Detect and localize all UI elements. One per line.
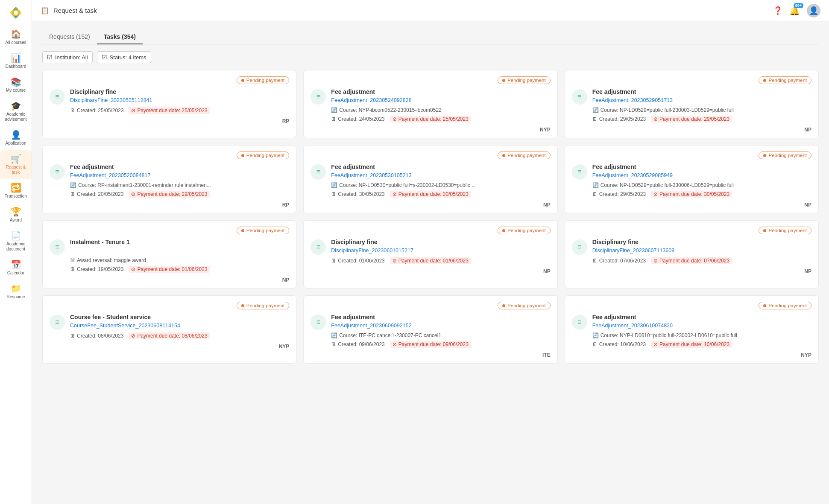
task-card-12[interactable]: Pending payment ≡ Fee adjustment FeeAdju…	[565, 295, 819, 364]
sidebar-label-academic-advisement: Academic advisement	[2, 112, 29, 122]
avatar[interactable]: 👤	[807, 4, 820, 17]
filter-institution[interactable]: ☑Institution: All	[42, 51, 93, 63]
sidebar-label-all-courses: All courses	[6, 40, 26, 45]
sidebar-item-all-courses[interactable]: 🏠 All courses	[0, 26, 32, 50]
card-badge-row-10: Pending payment	[50, 302, 289, 309]
card-badge-row-7: Pending payment	[50, 227, 289, 234]
card-footer-1: RP	[50, 118, 289, 124]
card-link-4[interactable]: FeeAdjustment_20230520084817	[70, 172, 150, 178]
created-date-7: 🗓 Created: 19/05/2023	[70, 266, 123, 272]
task-card-6[interactable]: Pending payment ≡ Fee adjustment FeeAdju…	[565, 145, 819, 213]
due-date-4: ⊘ Payment due date: 29/05/2023	[129, 191, 210, 198]
card-title-8: Disciplinary fine	[331, 239, 550, 245]
task-icon-7: ≡	[55, 243, 59, 251]
task-icon-2: ≡	[316, 93, 320, 101]
badge-label-5: Pending payment	[507, 153, 546, 158]
card-link-10[interactable]: CourseFee_StudentService_20230608114154	[70, 323, 180, 329]
sidebar-item-academic-document[interactable]: 📄 Academic document	[0, 227, 32, 256]
badge-dot-10	[241, 304, 244, 307]
card-badge-row-9: Pending payment	[572, 227, 811, 234]
created-label-8: Created: 01/06/2023	[338, 258, 384, 264]
card-link-11[interactable]: FeeAdjustment_20230609092152	[331, 323, 411, 329]
due-date-2: ⊘ Payment due date: 25/05/2023	[390, 116, 471, 122]
topbar-title: Request & task	[53, 7, 97, 14]
card-icon-wrap-1: ≡	[50, 89, 65, 105]
filter-status[interactable]: ☑Status: 4 items	[97, 51, 151, 63]
topbar-page-icon: 📋	[41, 6, 49, 15]
calendar-icon-9: 🗓	[592, 258, 598, 264]
badge-label-10: Pending payment	[246, 303, 285, 308]
due-date-12: ⊘ Payment due date: 10/06/2023	[651, 341, 732, 348]
card-title-3: Fee adjustment	[592, 88, 811, 95]
sidebar-item-award[interactable]: 🏆 Award	[0, 203, 32, 227]
card-badge-row-1: Pending payment	[50, 76, 289, 84]
notifications-button[interactable]: 🔔 99+	[789, 6, 800, 16]
card-header-3: ≡ Fee adjustment FeeAdjustment_202305290…	[572, 88, 811, 105]
warning-icon-5: ⊘	[393, 191, 397, 197]
task-card-5[interactable]: Pending payment ≡ Fee adjustment FeeAdju…	[303, 145, 557, 213]
due-label-1: Payment due date: 25/05/2023	[137, 108, 207, 114]
created-label-10: Created: 08/06/2023	[77, 333, 123, 339]
card-badge-row-2: Pending payment	[311, 76, 550, 84]
card-link-6[interactable]: FeeAdjustment_20230529085949	[592, 172, 673, 178]
pending-badge-9: Pending payment	[759, 227, 811, 234]
card-link-1[interactable]: DisciplinaryFine_20230525112841	[70, 97, 152, 103]
sidebar-item-my-course[interactable]: 📚 My course	[0, 73, 32, 97]
card-course-meta-12: 🔄 Course: NYP-LD0610=public full-230002-…	[592, 332, 811, 338]
card-header-12: ≡ Fee adjustment FeeAdjustment_202306100…	[572, 314, 811, 330]
warning-icon-4: ⊘	[131, 191, 135, 197]
created-date-9: 🗓 Created: 07/06/2023	[592, 258, 646, 264]
task-icon-5: ≡	[316, 168, 320, 176]
tab-requests[interactable]: Requests (152)	[42, 30, 97, 44]
card-dates-3: 🗓 Created: 29/05/2023 ⊘ Payment due date…	[592, 116, 811, 122]
task-card-8[interactable]: Pending payment ≡ Disciplinary fine Disc…	[303, 220, 557, 288]
card-badge-row-3: Pending payment	[572, 76, 811, 84]
sidebar-item-application[interactable]: 👤 Application	[0, 126, 32, 150]
task-card-2[interactable]: Pending payment ≡ Fee adjustment FeeAdju…	[303, 70, 557, 138]
help-button[interactable]: ❓	[773, 6, 782, 15]
task-card-10[interactable]: Pending payment ≡ Course fee - Student s…	[42, 295, 296, 364]
due-date-8: ⊘ Payment due date: 01/06/2023	[390, 257, 471, 264]
card-link-3[interactable]: FeeAdjustment_20230529051713	[592, 97, 673, 103]
card-title-block-8: Disciplinary fine DisciplinaryFine_20230…	[331, 239, 550, 254]
card-link-12[interactable]: FeeAdjustment_20230610074820	[592, 323, 673, 329]
calendar-icon-11: 🗓	[331, 341, 336, 347]
badge-dot-1	[241, 79, 244, 82]
app-logo[interactable]	[7, 4, 24, 21]
task-card-7[interactable]: Pending payment ≡ Instalment - Tenure 1 …	[42, 220, 296, 288]
pending-badge-11: Pending payment	[498, 302, 551, 309]
sidebar-item-request-task[interactable]: 🛒 Request & task	[0, 150, 32, 179]
card-dates-5: 🗓 Created: 30/05/2023 ⊘ Payment due date…	[331, 191, 550, 198]
pending-badge-3: Pending payment	[759, 76, 811, 84]
badge-dot-2	[502, 79, 505, 82]
task-card-3[interactable]: Pending payment ≡ Fee adjustment FeeAdju…	[565, 70, 819, 138]
card-link-2[interactable]: FeeAdjustment_20230524092828	[331, 97, 411, 103]
sidebar-item-academic-advisement[interactable]: 🎓 Academic advisement	[0, 97, 32, 126]
card-header-2: ≡ Fee adjustment FeeAdjustment_202305240…	[311, 88, 550, 105]
tab-tasks[interactable]: Tasks (354)	[97, 30, 143, 44]
card-link-8[interactable]: DisciplinaryFine_20230601015217	[331, 248, 413, 253]
badge-label-9: Pending payment	[768, 228, 807, 233]
card-header-10: ≡ Course fee - Student service CourseFee…	[50, 314, 289, 330]
sidebar-item-resource[interactable]: 📁 Resource	[0, 280, 32, 304]
sidebar-item-dashboard[interactable]: 📊 Dashboard	[0, 50, 32, 73]
warning-icon-9: ⊘	[653, 258, 658, 264]
sidebar-label-my-course: My course	[6, 88, 26, 93]
card-link-9[interactable]: DisciplinaryFine_20230607113609	[592, 248, 675, 253]
card-icon-wrap-7: ≡	[50, 239, 65, 255]
task-card-9[interactable]: Pending payment ≡ Disciplinary fine Disc…	[565, 220, 819, 288]
task-card-1[interactable]: Pending payment ≡ Disciplinary fine Disc…	[42, 70, 296, 138]
course-icon-5: 🔄	[331, 182, 337, 188]
content-area: Requests (152)Tasks (354) ☑Institution: …	[32, 21, 829, 504]
sidebar-item-calendar[interactable]: 📅 Calendar	[0, 256, 32, 280]
sidebar-label-academic-document: Academic document	[2, 242, 29, 252]
card-icon-wrap-5: ≡	[311, 164, 326, 180]
filter-label-institution: Institution: All	[55, 54, 88, 61]
card-course-meta-2: 🔄 Course: NYP-ibcom0522-230015-ibcom0522	[331, 107, 550, 113]
task-card-4[interactable]: Pending payment ≡ Fee adjustment FeeAdju…	[42, 145, 296, 213]
task-card-11[interactable]: Pending payment ≡ Fee adjustment FeeAdju…	[303, 295, 557, 364]
badge-label-1: Pending payment	[246, 78, 285, 83]
sidebar-item-transaction[interactable]: 🔁 Transaction	[0, 179, 32, 203]
created-label-2: Created: 24/05/2023	[338, 116, 384, 122]
card-link-5[interactable]: FeeAdjustment_20230530105213	[331, 172, 411, 178]
